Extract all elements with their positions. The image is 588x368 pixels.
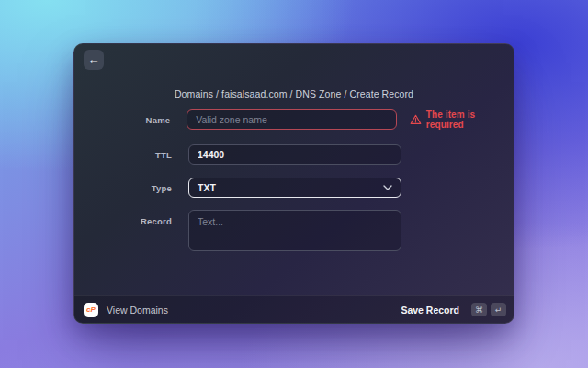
name-label: Name <box>74 115 187 125</box>
modal-header: ← <box>74 44 514 75</box>
command-key-icon: ⌘ <box>471 303 487 316</box>
chevron-down-icon <box>383 185 392 190</box>
view-domains-link[interactable]: View Domains <box>107 305 168 316</box>
type-select[interactable]: TXT <box>188 178 401 198</box>
modal-footer: cP View Domains Save Record ⌘ ↵ <box>74 295 514 323</box>
form-row-record: Record <box>74 210 514 251</box>
record-label: Record <box>74 210 188 226</box>
record-textarea[interactable] <box>188 210 401 251</box>
ttl-input[interactable] <box>188 144 401 165</box>
type-select-value: TXT <box>198 182 216 193</box>
name-input[interactable] <box>187 109 397 130</box>
form-row-ttl: TTL <box>74 144 514 165</box>
return-key-icon: ↵ <box>491 303 506 316</box>
name-error-text: The item is required <box>426 109 514 130</box>
breadcrumb: Domains / faisalsaad.com / DNS Zone / Cr… <box>74 88 514 99</box>
back-button[interactable]: ← <box>84 50 104 70</box>
save-record-button[interactable]: Save Record <box>401 305 459 316</box>
arrow-left-icon: ← <box>88 52 100 66</box>
warning-triangle-icon <box>410 114 422 125</box>
cpanel-logo-text: cP <box>86 305 96 314</box>
form-row-type: Type TXT <box>74 178 514 198</box>
ttl-label: TTL <box>74 150 188 160</box>
type-label: Type <box>74 183 188 193</box>
create-record-modal: ← Domains / faisalsaad.com / DNS Zone / … <box>74 43 514 324</box>
cpanel-logo-icon: cP <box>84 303 98 317</box>
name-error-message: The item is required <box>410 109 514 130</box>
form-row-name: Name The item is required <box>74 109 514 130</box>
